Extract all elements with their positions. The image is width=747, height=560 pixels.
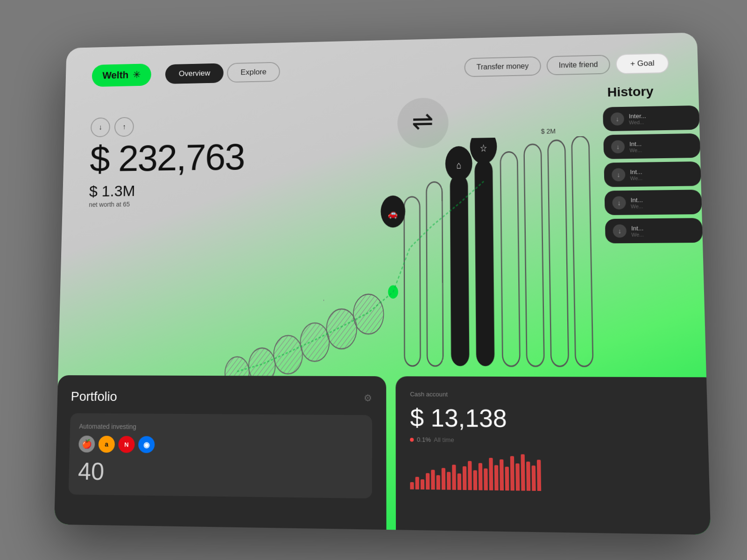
mini-bar bbox=[452, 464, 457, 490]
history-panel: History ↓ Inter... Wed... ↓ Int... We...… bbox=[598, 83, 708, 244]
history-icon-2: ↓ bbox=[612, 168, 625, 181]
mini-bar bbox=[521, 454, 525, 490]
company-logo-other: ◉ bbox=[138, 436, 155, 453]
svg-rect-13 bbox=[474, 160, 494, 366]
mini-bar bbox=[516, 463, 520, 491]
balance-down-button[interactable]: ↓ bbox=[91, 118, 110, 138]
mini-bar bbox=[447, 472, 451, 490]
history-title: History bbox=[598, 83, 704, 107]
history-items: ↓ Inter... Wed... ↓ Int... We... ↓ Int..… bbox=[598, 105, 708, 244]
mini-bar bbox=[494, 465, 499, 490]
mini-bar bbox=[426, 473, 430, 490]
company-logos: 🍎 a N ◉ bbox=[78, 435, 363, 455]
history-icon-3: ↓ bbox=[612, 196, 626, 209]
company-logo-amazon: a bbox=[99, 436, 115, 453]
company-logo-apple: 🍎 bbox=[78, 435, 95, 452]
mini-bar bbox=[537, 460, 541, 491]
invite-friend-button[interactable]: Invite friend bbox=[546, 55, 610, 75]
history-item[interactable]: ↓ Int... We... bbox=[605, 189, 702, 215]
cash-change: 0.1% All time bbox=[410, 436, 703, 446]
cash-amount: $ 13,138 bbox=[410, 403, 703, 434]
history-icon-0: ↓ bbox=[611, 112, 624, 126]
company-logo-netflix: N bbox=[118, 436, 135, 453]
mini-bar bbox=[410, 482, 414, 490]
svg-text:⌂: ⌂ bbox=[457, 160, 461, 171]
mini-bar bbox=[431, 469, 435, 490]
svg-point-5 bbox=[326, 309, 357, 349]
change-dot bbox=[410, 438, 414, 441]
svg-text:⇌: ⇌ bbox=[412, 107, 434, 136]
cash-account-title: Cash account bbox=[410, 391, 702, 399]
nav-tabs: Overview Explore bbox=[165, 62, 280, 84]
tab-explore[interactable]: Explore bbox=[227, 62, 280, 83]
mini-bar bbox=[437, 475, 440, 490]
svg-rect-18 bbox=[500, 152, 520, 366]
svg-rect-21 bbox=[572, 136, 593, 366]
svg-point-6 bbox=[353, 294, 384, 334]
logo-text: Welth bbox=[102, 70, 128, 82]
history-item[interactable]: ↓ Int... We... bbox=[604, 161, 701, 187]
cash-change-label: All time bbox=[434, 436, 454, 443]
logo-button[interactable]: Welth ✳ bbox=[92, 63, 151, 87]
portfolio-panel-title: Portfolio ⚙ bbox=[70, 389, 372, 406]
svg-rect-20 bbox=[548, 140, 568, 366]
history-item[interactable]: ↓ Int... We... bbox=[605, 218, 703, 243]
mini-bar bbox=[532, 465, 536, 491]
history-date-4: We... bbox=[631, 231, 695, 237]
money-transfer-icon-area: ⇌ bbox=[376, 94, 470, 152]
history-icon-4: ↓ bbox=[613, 224, 627, 238]
bottom-panels: Portfolio ⚙ Automated investing 🍎 a N ◉ … bbox=[54, 375, 711, 535]
portfolio-value: 40 bbox=[78, 457, 363, 489]
starburst-icon: ✳ bbox=[133, 69, 141, 81]
history-date-0: Wed... bbox=[629, 119, 691, 125]
svg-rect-9 bbox=[426, 182, 443, 366]
history-icon-1: ↓ bbox=[611, 140, 625, 153]
history-date-3: We... bbox=[631, 203, 694, 209]
svg-rect-8 bbox=[404, 197, 421, 366]
mini-bar bbox=[421, 479, 424, 490]
mini-bar bbox=[526, 462, 530, 491]
top-nav: Welth ✳ Overview Explore Transfer money … bbox=[65, 51, 698, 87]
goal-button[interactable]: + Goal bbox=[616, 53, 669, 74]
svg-rect-19 bbox=[524, 144, 544, 366]
history-date-2: We... bbox=[630, 175, 693, 181]
mini-bar bbox=[489, 457, 493, 490]
mini-bar bbox=[500, 460, 504, 490]
mini-bar bbox=[510, 456, 514, 490]
history-name-4: Int... bbox=[631, 224, 695, 231]
mini-bar bbox=[484, 469, 488, 490]
svg-text:☆: ☆ bbox=[480, 142, 487, 154]
portfolio-gear-icon[interactable]: ⚙ bbox=[364, 392, 372, 404]
balance-up-button[interactable]: ↑ bbox=[114, 117, 134, 137]
history-name-2: Int... bbox=[630, 168, 693, 175]
mini-bar bbox=[458, 474, 461, 490]
svg-text:🚗: 🚗 bbox=[388, 207, 398, 219]
portfolio-panel: Portfolio ⚙ Automated investing 🍎 a N ◉ … bbox=[54, 375, 387, 530]
mini-bar bbox=[468, 461, 472, 490]
mini-bar bbox=[505, 467, 509, 490]
tab-overview[interactable]: Overview bbox=[165, 63, 224, 84]
cash-account-panel: Cash account $ 13,138 0.1% All time bbox=[396, 376, 711, 535]
mini-bar-chart bbox=[410, 451, 705, 493]
money-transfer-svg: ⇌ bbox=[395, 95, 451, 151]
app-container: Welth ✳ Overview Explore Transfer money … bbox=[54, 33, 711, 535]
history-name-3: Int... bbox=[631, 196, 694, 203]
chart-label-2m: $ 2M bbox=[541, 127, 556, 135]
portfolio-sub-panel: Automated investing 🍎 a N ◉ 40 bbox=[69, 413, 373, 498]
transfer-money-button[interactable]: Transfer money bbox=[465, 56, 541, 77]
mini-bar bbox=[442, 468, 445, 490]
history-item[interactable]: ↓ Inter... Wed... bbox=[603, 105, 699, 131]
svg-point-4 bbox=[300, 323, 329, 361]
nav-right: Transfer money Invite friend + Goal bbox=[465, 53, 669, 77]
mini-bar bbox=[473, 470, 478, 490]
automated-investing-label: Automated investing bbox=[79, 422, 363, 432]
mini-bar bbox=[463, 466, 467, 490]
svg-point-3 bbox=[274, 336, 303, 374]
history-item[interactable]: ↓ Int... We... bbox=[603, 133, 700, 159]
history-date-1: We... bbox=[629, 147, 692, 153]
mini-bar bbox=[479, 463, 483, 490]
mini-bar bbox=[416, 477, 419, 490]
cash-change-pct: 0.1% bbox=[417, 436, 431, 443]
